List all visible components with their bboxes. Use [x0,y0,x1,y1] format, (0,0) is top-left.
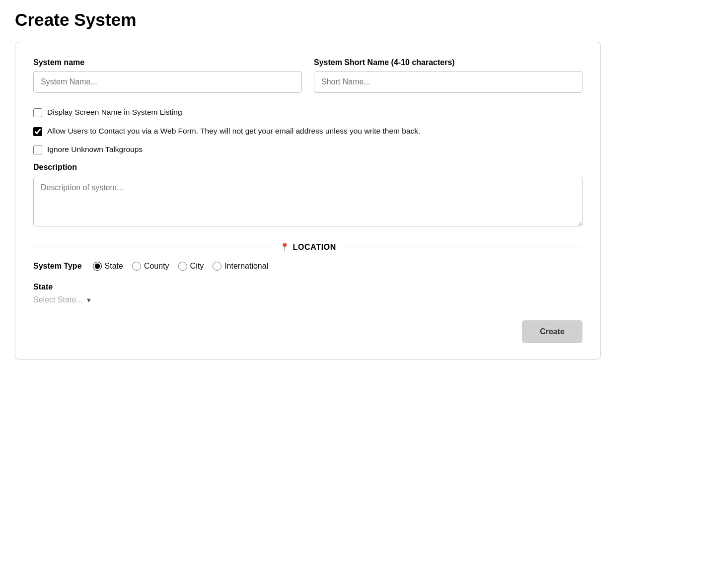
radio-county-label: County [144,262,169,271]
form-footer: Create [33,320,582,343]
system-type-label: System Type [33,262,82,271]
radio-state[interactable]: State [93,262,123,271]
location-title: 📍 LOCATION [280,242,336,252]
ignore-unknown-label[interactable]: Ignore Unknown Talkgroups [47,144,143,155]
form-card: System name System Short Name (4-10 char… [15,42,601,360]
system-name-field: System name [33,58,302,93]
chevron-down-icon: ▼ [86,296,92,304]
location-title-text: LOCATION [293,243,336,252]
display-screen-label[interactable]: Display Screen Name in System Listing [47,107,182,118]
radio-state-label: State [105,262,123,271]
radio-city-label: City [190,262,204,271]
location-divider: 📍 LOCATION [33,242,582,252]
name-fields-row: System name System Short Name (4-10 char… [33,58,582,93]
description-section: Description [33,163,582,228]
ignore-unknown-checkbox[interactable] [33,145,42,154]
description-label: Description [33,163,582,172]
short-name-label: System Short Name (4-10 characters) [314,58,582,67]
state-select-text: Select State... [33,295,83,304]
short-name-field: System Short Name (4-10 characters) [314,58,582,93]
divider-left [33,247,276,247]
state-section: State Select State... ▼ [33,283,582,304]
state-label: State [33,283,582,291]
state-select-wrapper[interactable]: Select State... ▼ [33,295,582,304]
divider-right [340,247,582,247]
radio-international-input[interactable] [213,262,221,271]
radio-city-input[interactable] [178,262,187,271]
page-title: Create System [15,10,713,30]
radio-city[interactable]: City [178,262,204,271]
ignore-unknown-checkbox-row: Ignore Unknown Talkgroups [33,144,582,155]
system-type-row: System Type State County City Internatio… [33,262,582,271]
location-pin-icon: 📍 [280,242,290,252]
radio-international[interactable]: International [213,262,268,271]
create-button[interactable]: Create [522,320,582,343]
display-screen-checkbox-row: Display Screen Name in System Listing [33,107,582,118]
display-screen-checkbox[interactable] [33,108,42,117]
allow-contact-checkbox-row: Allow Users to Contact you via a Web For… [33,126,582,137]
allow-contact-label[interactable]: Allow Users to Contact you via a Web For… [47,126,420,137]
description-textarea[interactable] [33,177,582,226]
short-name-input[interactable] [314,71,582,93]
system-name-label: System name [33,58,302,67]
radio-county[interactable]: County [132,262,169,271]
radio-county-input[interactable] [132,262,141,271]
radio-international-label: International [224,262,268,271]
system-name-input[interactable] [33,71,302,93]
radio-state-input[interactable] [93,262,102,271]
allow-contact-checkbox[interactable] [33,127,42,136]
